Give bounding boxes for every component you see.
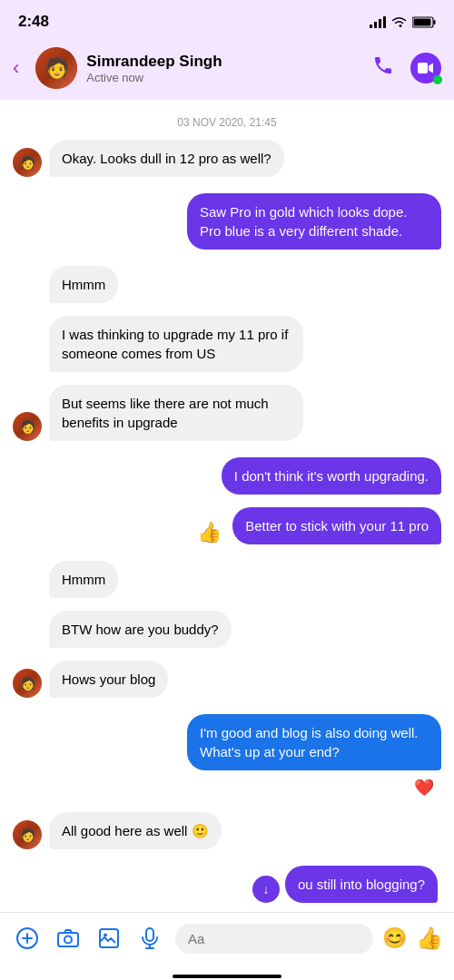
image-button[interactable]: [94, 922, 125, 955]
back-button[interactable]: ‹: [13, 53, 26, 83]
svg-rect-1: [374, 22, 377, 28]
message-bubble: Saw Pro in gold which looks dope. Pro bl…: [187, 193, 441, 250]
message-row: I was thinking to upgrade my 11 pro if s…: [13, 316, 441, 372]
heart-reaction: ❤️: [414, 778, 434, 798]
svg-rect-6: [414, 18, 431, 25]
sender-avatar: 🧑: [13, 669, 42, 698]
message-bubble: Hmmm: [49, 561, 118, 598]
avatar: 🧑: [35, 47, 77, 89]
sender-avatar: 🧑: [13, 412, 42, 441]
date-divider: 03 NOV 2020, 21:45: [13, 116, 441, 129]
message-bubble: Okay. Looks dull in 12 pro as well?: [49, 140, 284, 177]
online-dot: [433, 75, 442, 84]
wifi-icon: [391, 16, 407, 28]
status-time: 2:48: [18, 13, 49, 31]
message-bubble: Hows your blog: [49, 661, 168, 698]
message-bubble: Better to stick with your 11 pro: [232, 507, 441, 544]
home-bar: [173, 975, 281, 978]
message-row: I don't think it's worth upgrading.: [13, 457, 441, 495]
svg-rect-7: [418, 63, 428, 74]
svg-rect-5: [434, 20, 436, 24]
message-row: Hmmm: [13, 266, 441, 303]
message-bubble: Hmmm: [49, 266, 118, 303]
message-row: Saw Pro in gold which looks dope. Pro bl…: [13, 193, 441, 250]
contact-status: Active now: [86, 71, 363, 84]
sender-avatar: 🧑: [13, 820, 42, 849]
message-row: 🧑 Okay. Looks dull in 12 pro as well?: [13, 140, 441, 177]
svg-point-14: [104, 934, 107, 937]
svg-rect-0: [370, 24, 372, 28]
message-bubble: I'm good and blog is also doing well. Wh…: [187, 714, 441, 770]
sender-avatar: 🧑: [13, 148, 42, 177]
message-bubble: BTW how are you buddy?: [49, 611, 232, 648]
message-row: Better to stick with your 11 pro 👍: [13, 507, 441, 544]
svg-point-12: [64, 936, 72, 944]
svg-rect-2: [379, 19, 381, 28]
partial-message-bubble: ou still into blogging?: [285, 866, 438, 903]
message-bubble: I don't think it's worth upgrading.: [222, 457, 441, 495]
header-info: Simrandeep Singh Active now: [86, 53, 363, 84]
add-button[interactable]: [11, 922, 43, 955]
contact-name: Simrandeep Singh: [86, 53, 363, 71]
avatar-image: 🧑: [35, 47, 77, 89]
scroll-down-button[interactable]: ↓: [252, 876, 280, 903]
status-bar: 2:48: [0, 0, 454, 40]
home-indicator: [0, 964, 454, 980]
camera-button[interactable]: [52, 922, 84, 955]
like-button[interactable]: 👍: [416, 926, 443, 951]
message-row: 🧑 But seems like there are not much bene…: [13, 385, 441, 441]
input-bar: 😊 👍: [0, 912, 454, 964]
scroll-indicator-row: ↓ ou still into blogging?: [13, 866, 441, 903]
emoji-button[interactable]: 😊: [382, 926, 407, 950]
call-button[interactable]: [372, 54, 394, 82]
message-bubble: I was thinking to upgrade my 11 pro if s…: [49, 316, 303, 372]
message-row: Hmmm: [13, 561, 441, 598]
message-row: I'm good and blog is also doing well. Wh…: [13, 714, 441, 770]
svg-rect-3: [383, 16, 386, 28]
message-row: 🧑 All good here as well 🙂: [13, 812, 441, 849]
chat-area: 03 NOV 2020, 21:45 🧑 Okay. Looks dull in…: [0, 100, 454, 912]
message-row: 🧑 Hows your blog: [13, 661, 441, 698]
status-icons: [370, 16, 436, 28]
message-row: BTW how are you buddy?: [13, 611, 441, 648]
video-button[interactable]: [410, 53, 441, 83]
microphone-button[interactable]: [134, 922, 166, 955]
message-bubble: But seems like there are not much benefi…: [49, 385, 303, 441]
signal-icon: [370, 16, 386, 28]
battery-icon: [412, 16, 436, 28]
message-bubble: All good here as well 🙂: [49, 812, 222, 849]
thumbs-up-emoji: 👍: [197, 521, 222, 544]
svg-rect-15: [146, 928, 153, 941]
header: ‹ 🧑 Simrandeep Singh Active now: [0, 40, 454, 100]
svg-rect-11: [58, 933, 78, 946]
header-actions: [372, 53, 441, 83]
message-input[interactable]: [175, 924, 373, 954]
